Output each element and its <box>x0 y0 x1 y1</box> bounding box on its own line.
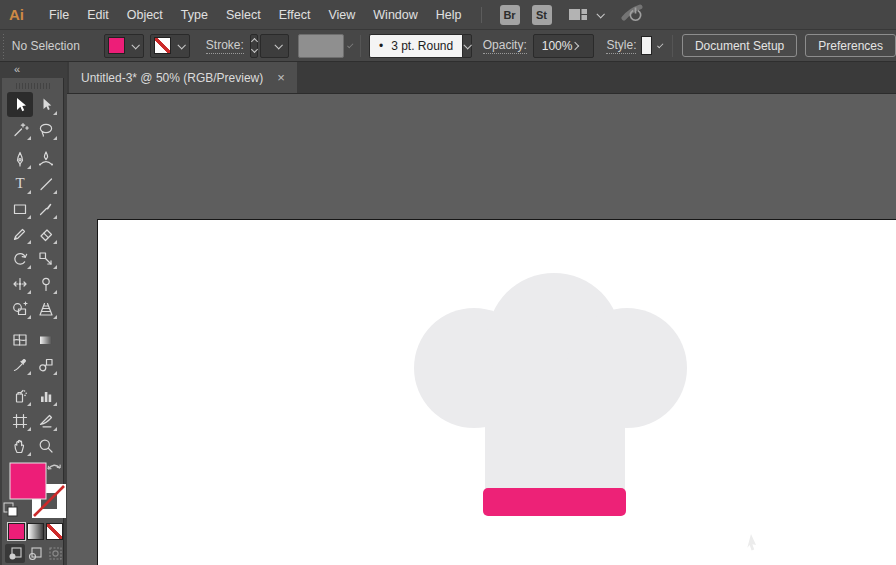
bridge-button[interactable]: Br <box>500 5 520 25</box>
document-tab-title: Untitled-3* @ 50% (RGB/Preview) <box>81 71 263 85</box>
curvature-tool[interactable] <box>33 146 59 171</box>
shaper-tool[interactable] <box>7 221 33 246</box>
fill-proxy <box>10 463 46 499</box>
style-link[interactable]: Style: <box>606 38 636 54</box>
menu-bar: Ai File Edit Object Type Select Effect V… <box>0 0 896 30</box>
blend-tool[interactable] <box>33 352 59 377</box>
stroke-weight-stepper[interactable] <box>250 34 259 58</box>
gradient-mode-button[interactable] <box>27 523 44 540</box>
pen-tool[interactable] <box>7 146 33 171</box>
menu-window[interactable]: Window <box>364 8 426 22</box>
chevron-right-icon[interactable] <box>571 41 579 49</box>
style-swatch[interactable] <box>641 36 651 55</box>
stroke-panel-link[interactable]: Stroke: <box>206 38 244 54</box>
chevron-down-icon <box>463 41 471 49</box>
mouse-cursor <box>747 534 756 551</box>
line-segment-tool[interactable] <box>33 171 59 196</box>
chevron-down-icon[interactable] <box>596 10 604 18</box>
brush-dropdown-button[interactable] <box>462 34 472 58</box>
close-tab-icon[interactable]: × <box>277 71 285 84</box>
opacity-value[interactable]: 100% <box>542 39 573 53</box>
document-tab-bar: Untitled-3* @ 50% (RGB/Preview) × <box>67 62 896 94</box>
stepper-up-icon[interactable] <box>251 38 258 45</box>
document-tab[interactable]: Untitled-3* @ 50% (RGB/Preview) × <box>69 62 297 93</box>
stroke-color-dropdown[interactable] <box>150 34 190 58</box>
panel-drag-handle[interactable] <box>16 83 50 89</box>
menu-select[interactable]: Select <box>217 8 270 22</box>
opacity-field[interactable]: 100% <box>533 34 595 58</box>
hand-tool[interactable] <box>7 433 33 458</box>
direct-selection-tool[interactable] <box>33 92 59 117</box>
column-graph-tool[interactable] <box>33 383 59 408</box>
separator <box>360 35 361 57</box>
draw-behind-button[interactable] <box>25 544 45 563</box>
stock-button[interactable]: St <box>532 5 552 25</box>
tools-panel: T <box>2 78 64 565</box>
shape-builder-tool[interactable] <box>7 296 33 321</box>
chevron-down-icon <box>131 41 139 49</box>
control-bar: No Selection Stroke: • 3 pt. Round Opaci… <box>0 30 896 62</box>
hat-band-shape <box>483 488 626 516</box>
stroke-none-swatch[interactable] <box>154 37 171 54</box>
rectangle-tool[interactable] <box>7 196 33 221</box>
opacity-link[interactable]: Opacity: <box>483 38 527 54</box>
menu-file[interactable]: File <box>40 8 78 22</box>
selection-status: No Selection <box>12 39 80 53</box>
mesh-tool[interactable] <box>7 327 33 352</box>
collapse-panel-button[interactable]: « <box>14 63 21 75</box>
panel-grip[interactable] <box>2 33 6 59</box>
scale-tool[interactable] <box>33 246 59 271</box>
app-logo: Ai <box>9 6 24 23</box>
menu-help[interactable]: Help <box>427 8 471 22</box>
preferences-button[interactable]: Preferences <box>805 34 896 57</box>
width-tool[interactable] <box>7 271 33 296</box>
symbol-sprayer-tool[interactable] <box>7 383 33 408</box>
selection-tool[interactable] <box>7 92 33 117</box>
menu-type[interactable]: Type <box>172 8 217 22</box>
menu-edit[interactable]: Edit <box>78 8 118 22</box>
color-mode-button[interactable] <box>8 523 25 540</box>
eyedropper-tool[interactable] <box>7 352 33 377</box>
none-mode-button[interactable] <box>46 523 63 540</box>
menu-object[interactable]: Object <box>118 8 172 22</box>
illustrator-window: Ai File Edit Object Type Select Effect V… <box>0 0 896 565</box>
fill-color-dropdown[interactable] <box>104 34 144 58</box>
zoom-tool[interactable] <box>33 433 59 458</box>
magic-wand-tool[interactable] <box>7 117 33 142</box>
dock-header: « <box>0 62 67 78</box>
stroke-weight-dropdown[interactable] <box>260 34 289 58</box>
chevron-down-icon[interactable] <box>657 41 664 48</box>
artboard-tool[interactable] <box>7 408 33 433</box>
canvas-pasteboard[interactable] <box>67 94 896 565</box>
type-tool[interactable]: T <box>7 171 33 196</box>
chevron-down-icon <box>347 41 354 48</box>
separator <box>672 35 673 57</box>
slice-tool[interactable] <box>33 408 59 433</box>
perspective-grid-tool[interactable] <box>33 296 59 321</box>
paintbrush-tool[interactable] <box>33 196 59 221</box>
brush-definition-dropdown[interactable]: • 3 pt. Round <box>369 34 462 58</box>
document-setup-button[interactable]: Document Setup <box>682 34 797 57</box>
gradient-tool[interactable] <box>33 327 59 352</box>
menubar-separator <box>481 7 482 23</box>
fill-color-swatch[interactable] <box>108 37 125 54</box>
eraser-tool[interactable] <box>33 221 59 246</box>
artboard[interactable] <box>97 219 896 565</box>
brush-dot-icon: • <box>379 39 383 53</box>
type-tool-glyph: T <box>15 176 24 191</box>
fill-stroke-indicator[interactable] <box>2 460 68 522</box>
lasso-tool[interactable] <box>33 117 59 142</box>
gpu-power-icon[interactable] <box>621 4 645 26</box>
stepper-down-icon[interactable] <box>251 46 258 53</box>
chevron-down-icon <box>274 41 282 49</box>
workspace-switcher-icon[interactable] <box>568 7 588 22</box>
chef-hat-shape[interactable] <box>414 273 687 516</box>
menu-effect[interactable]: Effect <box>270 8 320 22</box>
menu-view[interactable]: View <box>319 8 364 22</box>
draw-normal-button[interactable] <box>5 544 25 563</box>
puppet-warp-tool[interactable] <box>33 271 59 296</box>
rotate-tool[interactable] <box>7 246 33 271</box>
chevron-down-icon <box>177 41 185 49</box>
draw-inside-button[interactable] <box>45 544 65 563</box>
brush-value: 3 pt. Round <box>391 39 453 53</box>
